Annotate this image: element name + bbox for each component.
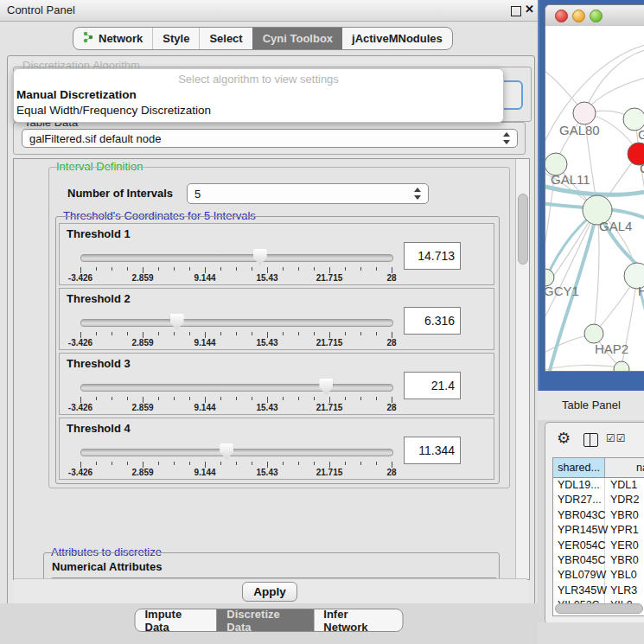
- apply-button[interactable]: Apply: [242, 582, 297, 602]
- cell-name[interactable]: YBR0: [605, 508, 644, 523]
- threshold-slider[interactable]: [80, 378, 392, 395]
- table-row[interactable]: YLR345WYLR3: [553, 583, 644, 598]
- table-row[interactable]: YPR145WYPR1: [553, 523, 644, 538]
- vertical-scrollbar[interactable]: [515, 159, 529, 579]
- scale-label: 15.43: [256, 468, 277, 477]
- threshold-value-field[interactable]: 21.4: [404, 372, 461, 399]
- cell-name[interactable]: YLR3: [605, 583, 644, 598]
- number-of-intervals-combobox[interactable]: 5: [187, 183, 429, 204]
- scale-label: 9.144: [194, 403, 215, 412]
- cell-shared-name[interactable]: YER054C: [553, 539, 605, 553]
- slider-track[interactable]: [80, 384, 393, 392]
- cell-name[interactable]: YBL0: [605, 568, 644, 583]
- threshold-row: Threshold 4-3.4262.8599.14415.4321.71528…: [59, 418, 494, 480]
- tab-select[interactable]: Select: [199, 28, 252, 49]
- slider-track[interactable]: [80, 319, 393, 327]
- threshold-slider[interactable]: [80, 313, 392, 330]
- node-label: GAL80: [559, 123, 600, 137]
- zoom-traffic-light-icon[interactable]: [590, 10, 603, 22]
- threshold-label: Threshold 1: [67, 227, 131, 240]
- panel-title: Control Panel: [7, 3, 75, 16]
- cell-name[interactable]: YPR1: [605, 523, 644, 538]
- tick-mark: [267, 462, 268, 468]
- cell-shared-name[interactable]: YBR045C: [553, 553, 605, 568]
- slider-handle[interactable]: [319, 379, 333, 395]
- tick-mark: [376, 397, 377, 400]
- threshold-value-field[interactable]: 11.344: [404, 437, 461, 464]
- tick-mark: [283, 462, 284, 465]
- float-window-icon[interactable]: [511, 6, 521, 16]
- node-attribute-table[interactable]: shared... na YDL19...YDL1YDR27...YDR2YBR…: [552, 457, 644, 616]
- tick-mark: [158, 397, 159, 400]
- table-row[interactable]: YER054CYER0: [553, 539, 644, 553]
- tick-mark: [220, 462, 221, 465]
- tab-label: Select: [209, 32, 242, 45]
- network-window-titlebar[interactable]: [545, 5, 644, 27]
- tick-mark: [345, 267, 346, 271]
- slider-track[interactable]: [80, 449, 393, 456]
- threshold-slider[interactable]: [80, 248, 392, 265]
- table-row[interactable]: YDL19...YDL1: [553, 478, 644, 493]
- scale-label: -3.426: [68, 403, 92, 412]
- cell-name[interactable]: YBR0: [605, 553, 644, 568]
- tab-cyni-toolbox[interactable]: Cyni Toolbox: [252, 28, 342, 49]
- algorithm-option-manual[interactable]: Manual Discretization: [16, 88, 137, 101]
- column-header-name[interactable]: na: [605, 458, 644, 477]
- tab-impute-data[interactable]: Impute Data: [136, 609, 217, 631]
- threshold-slider[interactable]: [80, 443, 392, 460]
- column-layout-icon[interactable]: [583, 433, 598, 447]
- horizontal-scrollbar-thumb[interactable]: [555, 603, 643, 614]
- select-columns-icon[interactable]: ☑☑: [606, 432, 627, 444]
- slider-scale-labels: -3.4262.8599.14415.4321.71528: [80, 403, 392, 412]
- tab-style[interactable]: Style: [152, 28, 199, 49]
- tick-mark: [392, 267, 392, 273]
- cell-shared-name[interactable]: YDR27...: [553, 493, 605, 507]
- cell-shared-name[interactable]: YLR345W: [553, 583, 605, 598]
- cell-shared-name[interactable]: YBL079W: [553, 568, 605, 583]
- control-panel-titlebar: Control Panel ✕: [0, 0, 538, 22]
- slider-scale-labels: -3.4262.8599.14415.4321.71528: [80, 468, 392, 477]
- cell-name[interactable]: YER0: [605, 539, 644, 553]
- tick-mark: [252, 267, 252, 271]
- tab-network[interactable]: Network: [73, 28, 152, 49]
- column-header-shared-name[interactable]: shared...: [553, 458, 605, 477]
- slider-handle[interactable]: [220, 443, 233, 460]
- table-row[interactable]: YBL079WYBL0: [553, 568, 644, 583]
- network-node[interactable]: [584, 324, 603, 343]
- table-header-row: shared... na: [553, 458, 644, 478]
- table-data-combobox[interactable]: galFiltered.sif default node: [22, 129, 518, 148]
- threshold-value-field[interactable]: 14.713: [404, 242, 461, 270]
- close-traffic-light-icon[interactable]: [555, 10, 568, 22]
- tab-label: Discretize Data: [226, 609, 304, 632]
- slider-handle[interactable]: [170, 314, 184, 330]
- close-icon[interactable]: ✕: [525, 3, 534, 16]
- cell-shared-name[interactable]: YPR145W: [553, 523, 605, 538]
- cell-shared-name[interactable]: YBR043C: [553, 508, 605, 523]
- scrollbar-thumb[interactable]: [518, 194, 528, 265]
- tab-discretize-data[interactable]: Discretize Data: [216, 609, 314, 631]
- slider-track[interactable]: [80, 254, 393, 262]
- scale-label: 9.144: [194, 338, 215, 348]
- table-row[interactable]: YBR045CYBR0: [553, 553, 644, 568]
- minimize-traffic-light-icon[interactable]: [572, 10, 585, 22]
- tick-mark: [392, 397, 392, 403]
- table-row[interactable]: YDR27...YDR2: [553, 493, 644, 507]
- network-node[interactable]: [573, 102, 596, 124]
- gear-icon[interactable]: ⚙: [557, 429, 571, 448]
- tick-mark: [96, 267, 97, 271]
- tab-infer-network[interactable]: Infer Network: [314, 609, 402, 631]
- cell-name[interactable]: YDR2: [605, 493, 644, 507]
- tab-jactivemnodules[interactable]: jActiveMNodules: [342, 28, 452, 49]
- tick-mark: [376, 267, 377, 271]
- network-canvas[interactable]: GAL80GACGAL11GAL4GCY1HHAP2: [545, 26, 644, 371]
- cell-name[interactable]: YDL1: [605, 478, 644, 493]
- network-view-window: GAL80GACGAL11GAL4GCY1HHAP2: [545, 4, 644, 372]
- tick-mark: [143, 267, 143, 273]
- algorithm-option-equal-width[interactable]: Equal Width/Frequency Discretization: [16, 104, 211, 117]
- scale-label: 28: [386, 468, 396, 477]
- slider-handle[interactable]: [253, 249, 267, 265]
- table-row[interactable]: YBR043CYBR0: [553, 508, 644, 523]
- threshold-value-field[interactable]: 6.316: [404, 307, 461, 335]
- tick-mark: [329, 462, 330, 468]
- cell-shared-name[interactable]: YDL19...: [553, 478, 605, 493]
